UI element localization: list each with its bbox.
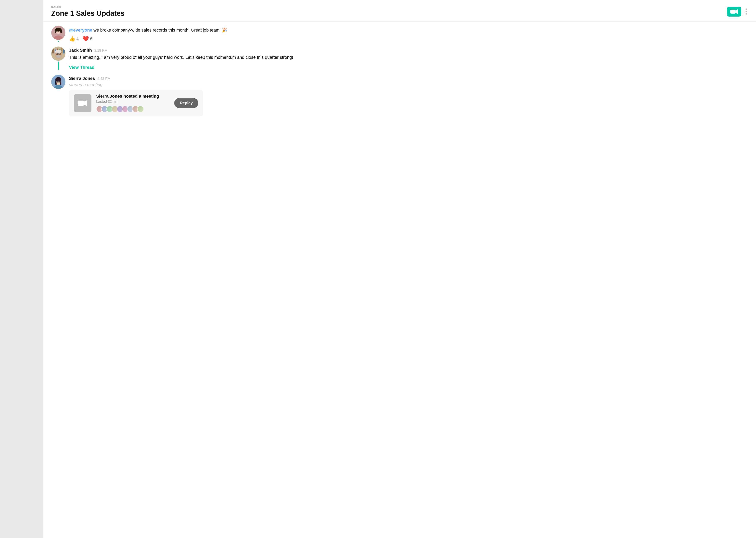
participants-row: [96, 106, 169, 112]
avatar-svg-2: [51, 46, 66, 61]
thumbsup-emoji: 👍: [69, 36, 75, 42]
svg-rect-29: [55, 80, 57, 85]
channel-title: Zone 1 Sales Updates: [51, 9, 124, 18]
avatar-svg-3: [51, 75, 66, 89]
meeting-camera-icon: [78, 100, 87, 106]
message-meta-3: Sierra Jones 4:43 PM: [69, 76, 748, 81]
camera-icon: [731, 9, 738, 14]
sender-name-3: Sierra Jones: [69, 76, 95, 81]
meeting-duration: Lasted 32 min: [96, 100, 169, 104]
messages-area: @everyone we broke company-wide sales re…: [43, 22, 756, 538]
message-group-1: @everyone we broke company-wide sales re…: [51, 26, 748, 42]
participant-av-9: [137, 106, 144, 112]
main-content: SALES Zone 1 Sales Updates: [43, 0, 756, 538]
sidebar: [0, 0, 43, 538]
view-thread-link[interactable]: View Thread: [69, 65, 94, 70]
svg-rect-0: [731, 10, 735, 14]
thread-line-2: [58, 62, 59, 70]
thread-line-1: [58, 41, 59, 42]
dot2: [745, 11, 747, 12]
svg-point-7: [55, 29, 57, 33]
message-body-2: Jack Smith 3:19 PM This is amazing, I am…: [69, 46, 748, 70]
mention-everyone: @everyone: [69, 27, 92, 32]
meeting-details: Sierra Jones hosted a meeting Lasted 32 …: [96, 94, 169, 112]
avatar-col-3: [51, 75, 66, 116]
channel-header-right: [727, 7, 748, 17]
message-body-3: Sierra Jones 4:43 PM started a meeting S…: [69, 75, 748, 116]
reactions-1: 👍 4 ❤️ 6: [69, 36, 748, 42]
svg-rect-34: [78, 101, 84, 106]
dot1: [745, 9, 747, 10]
avatar-3: [51, 75, 66, 89]
channel-category: SALES: [51, 6, 124, 9]
message-text-1: @everyone we broke company-wide sales re…: [69, 27, 748, 33]
svg-rect-11: [52, 48, 54, 53]
avatar-svg-1: [51, 26, 66, 40]
svg-point-8: [60, 29, 62, 33]
dot3: [745, 13, 747, 15]
meeting-card: Sierra Jones hosted a meeting Lasted 32 …: [69, 90, 203, 116]
message-meta-2: Jack Smith 3:19 PM: [69, 48, 748, 53]
avatar-2: [51, 46, 66, 61]
heart-emoji: ❤️: [82, 36, 89, 42]
avatar-1: [51, 26, 66, 40]
meeting-title: Sierra Jones hosted a meeting: [96, 94, 169, 99]
meeting-icon-box: [74, 94, 91, 112]
message-body-1: @everyone we broke company-wide sales re…: [69, 26, 748, 42]
svg-marker-1: [735, 9, 738, 14]
svg-point-23: [56, 55, 61, 58]
svg-rect-16: [63, 49, 65, 53]
avatar-col-2: [51, 46, 66, 70]
replay-button[interactable]: Replay: [174, 98, 198, 108]
message-group-3: Sierra Jones 4:43 PM started a meeting S…: [51, 75, 748, 116]
started-meeting-text: started a meeting: [69, 82, 748, 87]
svg-marker-35: [84, 100, 87, 106]
sender-name-2: Jack Smith: [69, 48, 92, 53]
message-time-2: 3:19 PM: [94, 48, 107, 53]
more-options-button[interactable]: [744, 7, 748, 16]
message-time-3: 4:43 PM: [97, 77, 111, 81]
message-group-2: Jack Smith 3:19 PM This is amazing, I am…: [51, 46, 748, 70]
channel-header: SALES Zone 1 Sales Updates: [43, 0, 756, 22]
message-text-2: This is amazing, I am very proud of all …: [69, 54, 748, 61]
avatar-col-1: [51, 26, 66, 42]
reaction-heart[interactable]: ❤️ 6: [82, 36, 92, 42]
svg-point-19: [55, 50, 62, 54]
reaction-thumbsup[interactable]: 👍 4: [69, 36, 79, 42]
video-call-button[interactable]: [727, 7, 741, 17]
heart-count: 6: [90, 36, 92, 41]
thumbsup-count: 4: [76, 36, 79, 41]
channel-header-left: SALES Zone 1 Sales Updates: [51, 6, 124, 18]
